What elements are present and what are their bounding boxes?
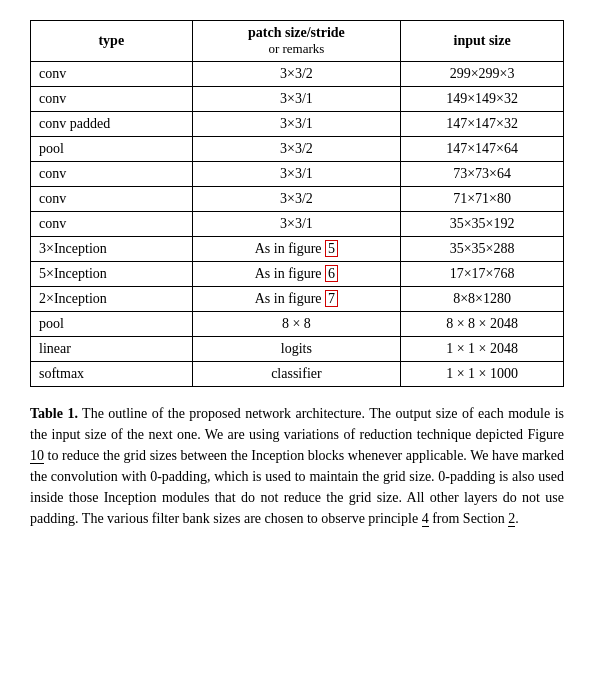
cell-input: 17×17×768 — [401, 262, 564, 287]
cell-input: 147×147×64 — [401, 137, 564, 162]
table-row: conv3×3/271×71×80 — [31, 187, 564, 212]
cell-patch: 3×3/1 — [192, 162, 401, 187]
cell-patch: logits — [192, 337, 401, 362]
cell-type: 2×Inception — [31, 287, 193, 312]
cell-patch: 3×3/1 — [192, 112, 401, 137]
cell-type: conv — [31, 87, 193, 112]
cell-type: conv — [31, 187, 193, 212]
caption-text4: . — [515, 511, 519, 526]
table-row: 2×InceptionAs in figure 78×8×1280 — [31, 287, 564, 312]
cell-input: 1 × 1 × 1000 — [401, 362, 564, 387]
cell-input: 35×35×192 — [401, 212, 564, 237]
table-row: pool3×3/2147×147×64 — [31, 137, 564, 162]
col-type-header: type — [31, 21, 193, 62]
table-row: linearlogits1 × 1 × 2048 — [31, 337, 564, 362]
table-container: type patch size/stride or remarks input … — [30, 20, 564, 387]
cell-input: 8 × 8 × 2048 — [401, 312, 564, 337]
table-row: 3×InceptionAs in figure 535×35×288 — [31, 237, 564, 262]
cell-patch: 3×3/2 — [192, 187, 401, 212]
patch-text-before: As in figure — [255, 266, 325, 281]
cell-type: conv padded — [31, 112, 193, 137]
cell-patch: 3×3/1 — [192, 212, 401, 237]
table-body: conv3×3/2299×299×3conv3×3/1149×149×32con… — [31, 62, 564, 387]
table-caption: Table 1. The outline of the proposed net… — [30, 403, 564, 529]
table-row: conv3×3/173×73×64 — [31, 162, 564, 187]
cell-patch: 3×3/2 — [192, 62, 401, 87]
cell-input: 1 × 1 × 2048 — [401, 337, 564, 362]
caption-link2[interactable]: 4 — [422, 511, 429, 527]
cell-patch: 3×3/1 — [192, 87, 401, 112]
cell-input: 73×73×64 — [401, 162, 564, 187]
cell-type: linear — [31, 337, 193, 362]
cell-patch: As in figure 7 — [192, 287, 401, 312]
patch-text-before: As in figure — [255, 241, 325, 256]
cell-type: conv — [31, 162, 193, 187]
table-row: conv padded3×3/1147×147×32 — [31, 112, 564, 137]
architecture-table: type patch size/stride or remarks input … — [30, 20, 564, 387]
cell-type: pool — [31, 137, 193, 162]
table-row: 5×InceptionAs in figure 617×17×768 — [31, 262, 564, 287]
input-header-label: input size — [454, 33, 511, 48]
caption-bold: Table 1. — [30, 406, 78, 421]
table-row: conv3×3/1149×149×32 — [31, 87, 564, 112]
patch-highlight: 6 — [325, 265, 338, 282]
cell-input: 149×149×32 — [401, 87, 564, 112]
table-row: conv3×3/135×35×192 — [31, 212, 564, 237]
patch-header-main: patch size/stride — [201, 25, 393, 41]
cell-patch: classifier — [192, 362, 401, 387]
cell-input: 71×71×80 — [401, 187, 564, 212]
patch-highlight: 7 — [325, 290, 338, 307]
caption-link1[interactable]: 10 — [30, 448, 44, 464]
cell-input: 35×35×288 — [401, 237, 564, 262]
cell-patch: 3×3/2 — [192, 137, 401, 162]
cell-input: 8×8×1280 — [401, 287, 564, 312]
patch-header-sub: or remarks — [201, 41, 393, 57]
cell-input: 299×299×3 — [401, 62, 564, 87]
cell-type: conv — [31, 212, 193, 237]
caption-text3: from Section — [429, 511, 509, 526]
table-row: conv3×3/2299×299×3 — [31, 62, 564, 87]
cell-type: conv — [31, 62, 193, 87]
caption-text1: The outline of the proposed network arch… — [30, 406, 564, 442]
patch-highlight: 5 — [325, 240, 338, 257]
col-input-header: input size — [401, 21, 564, 62]
patch-text-before: As in figure — [255, 291, 325, 306]
table-row: pool8 × 88 × 8 × 2048 — [31, 312, 564, 337]
cell-patch: 8 × 8 — [192, 312, 401, 337]
cell-type: pool — [31, 312, 193, 337]
cell-patch: As in figure 5 — [192, 237, 401, 262]
type-header-label: type — [98, 33, 124, 48]
cell-type: softmax — [31, 362, 193, 387]
cell-input: 147×147×32 — [401, 112, 564, 137]
cell-type: 3×Inception — [31, 237, 193, 262]
cell-patch: As in figure 6 — [192, 262, 401, 287]
col-patch-header: patch size/stride or remarks — [192, 21, 401, 62]
cell-type: 5×Inception — [31, 262, 193, 287]
table-row: softmaxclassifier1 × 1 × 1000 — [31, 362, 564, 387]
